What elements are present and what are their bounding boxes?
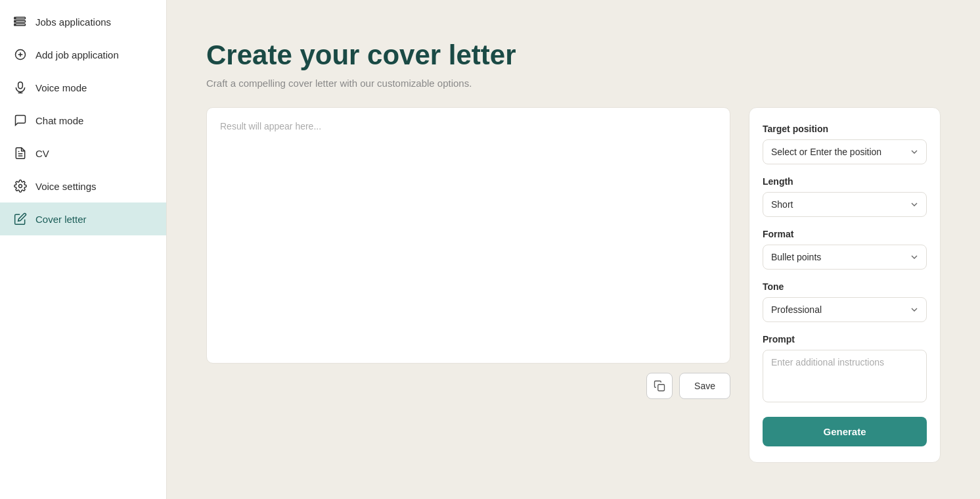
sidebar-item-label: Add job application — [35, 49, 119, 60]
plus-circle-icon — [13, 47, 28, 62]
sidebar-item-label: Chat mode — [35, 115, 83, 126]
sidebar: Jobs applications Add job application Vo… — [0, 0, 167, 499]
chat-icon — [13, 113, 28, 128]
sidebar-item-label: Voice mode — [35, 82, 87, 93]
sidebar-item-label: CV — [35, 148, 49, 159]
file-icon — [13, 146, 28, 160]
save-button[interactable]: Save — [679, 373, 730, 399]
result-placeholder: Result will appear here... — [220, 121, 321, 131]
edit-icon — [13, 212, 28, 226]
target-position-label: Target position — [763, 124, 927, 134]
target-position-select[interactable]: Select or Enter the position — [763, 139, 927, 164]
tone-label: Tone — [763, 281, 927, 292]
sidebar-item-voice-mode[interactable]: Voice mode — [0, 71, 166, 104]
sidebar-item-voice-settings[interactable]: Voice settings — [0, 170, 166, 202]
result-actions: Save — [206, 373, 730, 399]
sidebar-item-cv[interactable]: CV — [0, 137, 166, 170]
format-field: Format Bullet points Paragraph Mixed — [763, 229, 927, 270]
svg-point-15 — [19, 185, 22, 188]
main-content: Create your cover letter Craft a compell… — [167, 0, 980, 499]
sidebar-item-label: Voice settings — [35, 181, 97, 192]
tone-field: Tone Professional Casual Formal Creative — [763, 281, 927, 322]
length-label: Length — [763, 176, 927, 187]
svg-rect-3 — [14, 17, 16, 19]
sidebar-item-label: Cover letter — [35, 214, 87, 225]
length-field: Length Short Medium Long — [763, 176, 927, 217]
result-box: Result will appear here... — [206, 107, 730, 364]
sidebar-item-cover-letter[interactable]: Cover letter — [0, 202, 166, 235]
sidebar-item-chat-mode[interactable]: Chat mode — [0, 104, 166, 137]
svg-rect-1 — [16, 20, 26, 22]
prompt-label: Prompt — [763, 334, 927, 345]
page-subtitle: Craft a compelling cover letter with our… — [206, 78, 941, 89]
page-title: Create your cover letter — [206, 39, 941, 71]
copy-button[interactable] — [646, 373, 673, 399]
content-area: Result will appear here... Save Target p… — [206, 107, 941, 463]
svg-rect-0 — [16, 17, 26, 19]
tone-select[interactable]: Professional Casual Formal Creative — [763, 297, 927, 322]
side-panel: Target position Select or Enter the posi… — [749, 107, 941, 463]
sidebar-item-add-job-application[interactable]: Add job application — [0, 38, 166, 71]
format-label: Format — [763, 229, 927, 239]
mic-icon — [13, 80, 28, 95]
sidebar-item-jobs-applications[interactable]: Jobs applications — [0, 5, 166, 38]
svg-rect-2 — [16, 24, 26, 26]
prompt-textarea[interactable] — [763, 350, 927, 402]
format-select[interactable]: Bullet points Paragraph Mixed — [763, 245, 927, 270]
svg-rect-9 — [18, 82, 23, 89]
svg-rect-16 — [658, 385, 665, 391]
list-icon — [13, 14, 28, 29]
result-container: Result will appear here... Save — [206, 107, 730, 399]
generate-button[interactable]: Generate — [763, 417, 927, 446]
length-select[interactable]: Short Medium Long — [763, 192, 927, 217]
svg-rect-5 — [14, 24, 16, 26]
prompt-field: Prompt — [763, 334, 927, 402]
svg-rect-4 — [14, 20, 16, 22]
sidebar-item-label: Jobs applications — [35, 16, 111, 28]
settings-icon — [13, 179, 28, 193]
target-position-field: Target position Select or Enter the posi… — [763, 124, 927, 164]
